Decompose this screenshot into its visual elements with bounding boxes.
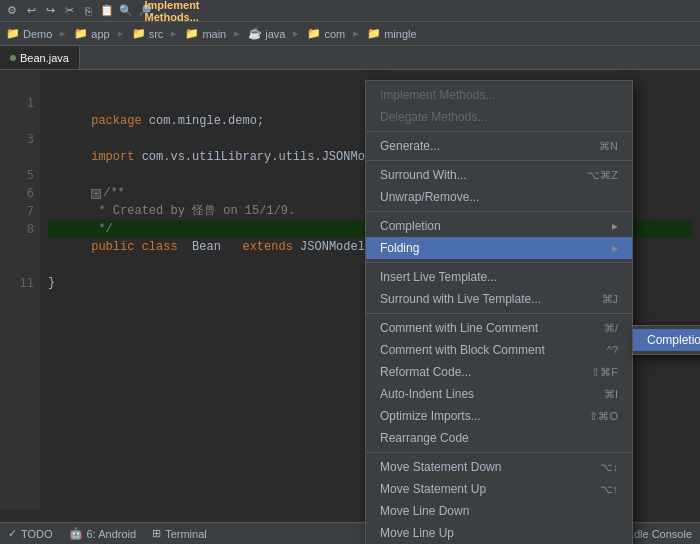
menu-label-delegate: Delegate Methods... xyxy=(380,110,618,124)
menu-label-reformat: Reformat Code... xyxy=(380,365,571,379)
menu-shortcut-line-comment: ⌘/ xyxy=(604,322,618,335)
nav-src[interactable]: 📁 src xyxy=(132,27,164,40)
editor-area: 1 3 5 6 7 8 11 package com.mingle.demo; … xyxy=(0,70,700,510)
menu-label-move-line-down: Move Line Down xyxy=(380,504,618,518)
menu-shortcut-generate: ⌘N xyxy=(599,140,618,153)
menu-item-auto-indent[interactable]: Auto-Indent Lines ⌘I xyxy=(366,383,632,405)
menu-sep-4 xyxy=(366,262,632,263)
line-numbers: 1 3 5 6 7 8 11 xyxy=(0,70,40,510)
menu-shortcut-move-down: ⌥↓ xyxy=(600,461,619,474)
gutter-line: 1 xyxy=(0,94,34,112)
menu-label-surround-live: Surround with Live Template... xyxy=(380,292,582,306)
gutter-line: 3 xyxy=(0,130,34,148)
menu-label-block-comment: Comment with Block Comment xyxy=(380,343,587,357)
gutter-line xyxy=(0,256,34,274)
nav-sep-1: ▸ xyxy=(60,27,66,40)
menu-item-line-comment[interactable]: Comment with Line Comment ⌘/ xyxy=(366,317,632,339)
menu-label-move-line-up: Move Line Up xyxy=(380,526,618,540)
menu-shortcut-reformat: ⇧⌘F xyxy=(591,366,618,379)
submenu-item-completion-folding[interactable]: Completion Folding xyxy=(633,329,700,351)
folding-submenu: Completion Folding xyxy=(632,325,700,355)
menu-label-implement: Implement Methods... xyxy=(380,88,618,102)
tab-bar: Bean.java xyxy=(0,46,700,70)
nav-sep-3: ▸ xyxy=(171,27,177,40)
menu-label-completion: Completion xyxy=(380,219,608,233)
status-terminal[interactable]: ⊞ Terminal xyxy=(152,527,207,540)
menu-item-move-line-up[interactable]: Move Line Up xyxy=(366,522,632,544)
menu-item-live-template[interactable]: Insert Live Template... xyxy=(366,266,632,288)
menu-shortcut-surround: ⌥⌘Z xyxy=(587,169,618,182)
gutter-line: 8 xyxy=(0,220,34,238)
menu-item-optimize[interactable]: Optimize Imports... ⇧⌘O xyxy=(366,405,632,427)
toolbar-icon-5[interactable]: ⎘ xyxy=(80,3,96,19)
menu-item-rearrange[interactable]: Rearrange Code xyxy=(366,427,632,449)
menu-item-surround[interactable]: Surround With... ⌥⌘Z xyxy=(366,164,632,186)
top-toolbar: ⚙ ↩ ↪ ✂ ⎘ 📋 🔍 🔎 Implement Methods... xyxy=(0,0,700,22)
menu-label-surround: Surround With... xyxy=(380,168,567,182)
status-todo-label: TODO xyxy=(21,528,53,540)
menu-label-auto-indent: Auto-Indent Lines xyxy=(380,387,584,401)
menu-shortcut-block-comment: ^? xyxy=(607,344,618,356)
menu-label-rearrange: Rearrange Code xyxy=(380,431,618,445)
nav-demo[interactable]: 📁 Demo xyxy=(6,27,52,40)
nav-mingle[interactable]: 📁 mingle xyxy=(367,27,416,40)
menu-label-line-comment: Comment with Line Comment xyxy=(380,321,584,335)
menu-item-block-comment[interactable]: Comment with Block Comment ^? xyxy=(366,339,632,361)
menu-label-live-template: Insert Live Template... xyxy=(380,270,618,284)
menu-item-reformat[interactable]: Reformat Code... ⇧⌘F xyxy=(366,361,632,383)
status-terminal-label: Terminal xyxy=(165,528,207,540)
menu-item-implement[interactable]: Implement Methods... xyxy=(366,84,632,106)
gutter-line xyxy=(0,76,34,94)
todo-icon: ✓ xyxy=(8,527,17,540)
toolbar-icon-6[interactable]: 📋 xyxy=(99,3,115,19)
menu-item-folding[interactable]: Folding ▸ Completion Folding xyxy=(366,237,632,259)
menu-item-delegate[interactable]: Delegate Methods... xyxy=(366,106,632,128)
toolbar-icon-2[interactable]: ↩ xyxy=(23,3,39,19)
nav-sep-2: ▸ xyxy=(118,27,124,40)
context-menu: Implement Methods... Delegate Methods...… xyxy=(365,80,633,544)
toolbar-icon-1[interactable]: ⚙ xyxy=(4,3,20,19)
gutter-line xyxy=(0,148,34,166)
status-android[interactable]: 🤖 6: Android xyxy=(69,527,137,540)
menu-item-surround-live[interactable]: Surround with Live Template... ⌘J xyxy=(366,288,632,310)
toolbar-icon-4[interactable]: ✂ xyxy=(61,3,77,19)
tab-bean-java[interactable]: Bean.java xyxy=(0,46,80,69)
menu-label-optimize: Optimize Imports... xyxy=(380,409,569,423)
tab-dot xyxy=(10,55,16,61)
status-android-label: 6: Android xyxy=(87,528,137,540)
toolbar-icon-3[interactable]: ↪ xyxy=(42,3,58,19)
nav-sep-5: ▸ xyxy=(293,27,299,40)
nav-sep-4: ▸ xyxy=(234,27,240,40)
nav-java[interactable]: ☕ java xyxy=(248,27,285,40)
folding-arrow-icon: ▸ xyxy=(612,241,618,255)
menu-shortcut-optimize: ⇧⌘O xyxy=(589,410,618,423)
nav-main[interactable]: 📁 main xyxy=(185,27,226,40)
menu-label-move-up: Move Statement Up xyxy=(380,482,580,496)
menu-item-completion[interactable]: Completion ▸ xyxy=(366,215,632,237)
nav-app[interactable]: 📁 app xyxy=(74,27,109,40)
nav-bar: 📁 Demo ▸ 📁 app ▸ 📁 src ▸ 📁 main ▸ ☕ java… xyxy=(0,22,700,46)
nav-com[interactable]: 📁 com xyxy=(307,27,345,40)
completion-arrow-icon: ▸ xyxy=(612,219,618,233)
toolbar-icons: ⚙ ↩ ↪ ✂ ⎘ 📋 🔍 🔎 Implement Methods... xyxy=(4,3,180,19)
menu-item-move-line-down[interactable]: Move Line Down xyxy=(366,500,632,522)
menu-item-generate[interactable]: Generate... ⌘N xyxy=(366,135,632,157)
menu-item-unwrap[interactable]: Unwrap/Remove... xyxy=(366,186,632,208)
gutter-line xyxy=(0,238,34,256)
terminal-icon: ⊞ xyxy=(152,527,161,540)
tab-label: Bean.java xyxy=(20,52,69,64)
gutter-line: 11 xyxy=(0,274,34,292)
menu-item-move-up[interactable]: Move Statement Up ⌥↑ xyxy=(366,478,632,500)
menu-item-move-down[interactable]: Move Statement Down ⌥↓ xyxy=(366,456,632,478)
menu-shortcut-auto-indent: ⌘I xyxy=(604,388,618,401)
nav-sep-6: ▸ xyxy=(353,27,359,40)
cot-label: Implement Methods... xyxy=(164,3,180,19)
gutter-line: 5 xyxy=(0,166,34,184)
menu-shortcut-surround-live: ⌘J xyxy=(602,293,619,306)
status-todo[interactable]: ✓ TODO xyxy=(8,527,53,540)
fold-icon-comment[interactable]: - xyxy=(91,189,101,199)
gutter-line xyxy=(0,112,34,130)
toolbar-icon-7[interactable]: 🔍 xyxy=(118,3,134,19)
menu-label-folding: Folding xyxy=(380,241,608,255)
gutter-line: 6 xyxy=(0,184,34,202)
